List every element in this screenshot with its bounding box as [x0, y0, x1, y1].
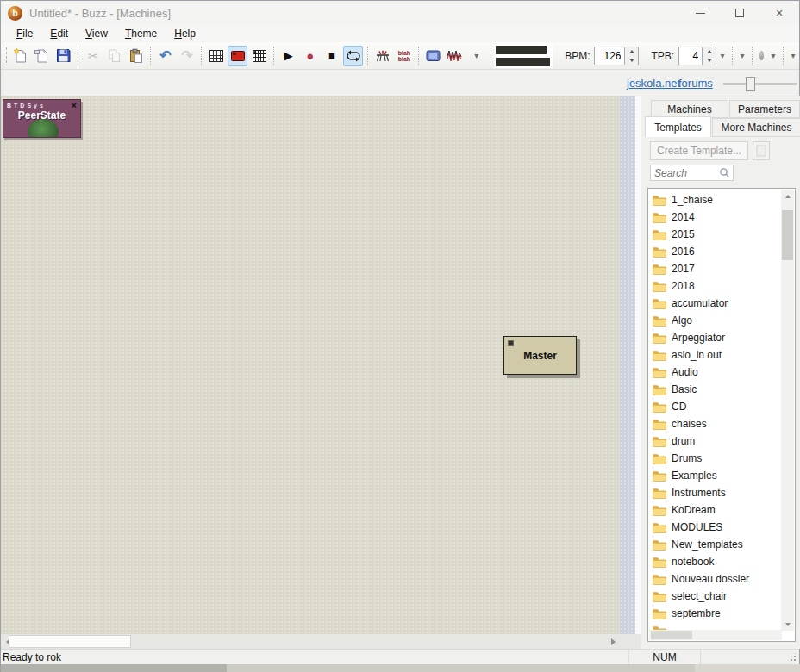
- folder-icon: [653, 315, 666, 327]
- list-horizontal-scrollbar[interactable]: [649, 630, 782, 640]
- toolbar-overflow-icon[interactable]: ▾: [788, 46, 798, 66]
- search-input[interactable]: [651, 167, 719, 179]
- folder-item[interactable]: 2016: [649, 243, 782, 260]
- tab-parameters[interactable]: Parameters: [729, 100, 800, 118]
- scroll-up-icon[interactable]: [781, 190, 794, 202]
- scroll-right-icon[interactable]: [606, 634, 620, 649]
- toolbar-overflow-icon[interactable]: ▾: [768, 46, 778, 66]
- folder-icon: [653, 608, 666, 619]
- menu-file[interactable]: File: [8, 26, 41, 41]
- close-button[interactable]: ×: [759, 1, 799, 25]
- folder-item[interactable]: select_chair: [649, 588, 782, 605]
- folder-item[interactable]: Drums: [649, 450, 782, 467]
- pattern-editor-icon[interactable]: [206, 46, 226, 66]
- cut-icon[interactable]: ✂: [83, 46, 103, 66]
- folder-icon: [653, 505, 666, 516]
- folder-icon: [653, 453, 666, 464]
- folder-list-viewport[interactable]: 1_chaise20142015201620172018accumulatorA…: [649, 190, 782, 631]
- minimize-button[interactable]: [680, 1, 720, 25]
- folder-item[interactable]: chaises: [649, 415, 782, 432]
- cpu-monitor-icon[interactable]: [423, 46, 443, 66]
- blah-blah-icon[interactable]: blahblah: [394, 46, 414, 66]
- menu-view[interactable]: View: [77, 26, 116, 41]
- template-options-button[interactable]: [753, 141, 770, 160]
- tpb-up-button[interactable]: [703, 47, 716, 56]
- folder-item[interactable]: CD: [649, 398, 782, 415]
- undo-icon[interactable]: ↶: [155, 46, 175, 66]
- tpb-input[interactable]: [679, 47, 702, 65]
- folder-item[interactable]: septembre: [649, 605, 782, 622]
- machine-master[interactable]: Master: [503, 336, 577, 375]
- folder-item[interactable]: Algo: [649, 312, 782, 329]
- folder-item[interactable]: 1_chaise: [649, 191, 782, 208]
- folder-item[interactable]: 2017: [649, 260, 782, 277]
- machine-canvas[interactable]: BTDSys × PeerState Master: [1, 96, 620, 634]
- menu-edit[interactable]: Edit: [41, 26, 77, 41]
- folder-item[interactable]: notebook: [649, 553, 782, 570]
- folder-item[interactable]: 2015: [649, 226, 782, 243]
- folder-label: New_templates: [672, 538, 743, 551]
- copy-icon[interactable]: [104, 46, 124, 66]
- folder-item[interactable]: Audio: [649, 364, 782, 381]
- toolbar-overflow-icon[interactable]: ▾: [737, 46, 747, 66]
- open-file-icon[interactable]: [32, 46, 52, 66]
- wave-icon[interactable]: [445, 46, 465, 66]
- status-bar: Ready to rok NUM: [1, 649, 799, 664]
- resize-grip-icon[interactable]: [786, 651, 797, 663]
- workbench-icon[interactable]: [372, 46, 392, 66]
- save-icon[interactable]: [53, 46, 73, 66]
- maximize-button[interactable]: [720, 1, 759, 25]
- new-file-icon[interactable]: [10, 46, 30, 66]
- stop-icon[interactable]: ■: [322, 46, 341, 66]
- folder-item[interactable]: 2014: [649, 208, 782, 226]
- canvas-vertical-scrollbar[interactable]: [620, 96, 635, 634]
- list-vertical-scrollbar[interactable]: [781, 190, 794, 631]
- overflow-chevron-icon[interactable]: ▾: [466, 46, 486, 66]
- folder-item[interactable]: KoDream: [649, 501, 782, 519]
- folder-item[interactable]: accumulator: [649, 295, 782, 312]
- zoom-slider[interactable]: [723, 83, 797, 85]
- folder-item[interactable]: Nouveau dossier: [649, 570, 782, 588]
- folder-icon: [653, 229, 666, 240]
- tab-machines[interactable]: Machines: [651, 100, 728, 118]
- machine-peerstate[interactable]: BTDSys × PeerState: [3, 99, 81, 138]
- vu-meter-right: [496, 58, 550, 66]
- folder-item[interactable]: 2018: [649, 277, 782, 295]
- zoom-slider-thumb[interactable]: [746, 77, 755, 91]
- bpm-up-button[interactable]: [625, 47, 638, 56]
- record-icon[interactable]: ●: [300, 46, 320, 66]
- close-icon[interactable]: ×: [72, 102, 77, 109]
- canvas-horizontal-scrollbar[interactable]: [1, 634, 620, 649]
- bpm-input[interactable]: [595, 47, 624, 65]
- tab-templates[interactable]: Templates: [645, 116, 711, 137]
- tpb-down-button[interactable]: [703, 56, 716, 65]
- folder-item[interactable]: drum: [649, 432, 782, 450]
- folder-item[interactable]: Instruments: [649, 484, 782, 501]
- folder-item[interactable]: New_templates: [649, 536, 782, 553]
- list-vscroll-thumb[interactable]: [782, 210, 793, 260]
- toolbar-overflow-icon[interactable]: ▾: [717, 46, 728, 66]
- bpm-down-button[interactable]: [625, 56, 638, 65]
- folder-item[interactable]: asio_in out: [649, 346, 782, 364]
- loop-icon[interactable]: [343, 46, 363, 66]
- list-hscroll-thumb[interactable]: [651, 631, 692, 639]
- paste-icon[interactable]: [126, 46, 146, 66]
- play-icon[interactable]: ▶: [278, 46, 298, 66]
- folder-item[interactable]: Examples: [649, 467, 782, 484]
- folder-item[interactable]: MODULES: [649, 519, 782, 536]
- scroll-down-icon[interactable]: [781, 618, 794, 631]
- folder-item[interactable]: Arpeggiator: [649, 329, 782, 346]
- forums-link[interactable]: forums: [678, 77, 713, 90]
- redo-icon[interactable]: ↷: [177, 46, 197, 66]
- menu-theme[interactable]: Theme: [116, 26, 166, 41]
- machine-view-icon[interactable]: [228, 46, 247, 66]
- create-template-button[interactable]: Create Template...: [650, 141, 748, 160]
- tab-more-machines[interactable]: More Machines: [712, 118, 800, 137]
- sequence-editor-icon[interactable]: [249, 46, 269, 66]
- bottom-strip: [1, 664, 799, 672]
- folder-item[interactable]: Basic: [649, 381, 782, 398]
- toolbar-grip[interactable]: [5, 47, 7, 65]
- jeskola-net-link[interactable]: jeskola.net: [627, 77, 680, 90]
- menu-help[interactable]: Help: [166, 26, 204, 41]
- canvas-hscroll-thumb[interactable]: [9, 635, 131, 648]
